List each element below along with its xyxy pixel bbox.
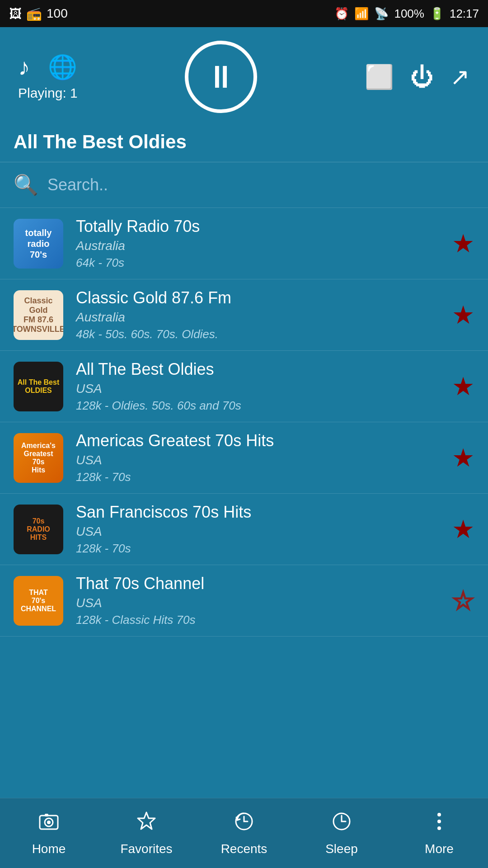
playing-label: Playing: 1 — [18, 85, 78, 101]
station-meta-2: 48k - 50s. 60s. 70s. Oldies. — [76, 327, 443, 341]
status-time: 12:17 — [450, 7, 479, 21]
more-dots-icon — [428, 810, 450, 838]
svg-point-9 — [437, 826, 441, 830]
search-bar: 🔍 — [0, 162, 488, 208]
station-item-6[interactable]: THAT 70's CHANNELThat 70s ChannelUSA128k… — [0, 565, 488, 637]
station-country-3: USA — [76, 382, 443, 396]
status-battery-icon: 🔋 — [430, 7, 444, 21]
station-meta-4: 128k - 70s — [76, 470, 443, 484]
nav-more[interactable]: More — [390, 810, 488, 856]
station-name-2: Classic Gold 87.6 Fm — [76, 288, 443, 307]
nav-recents[interactable]: Recents — [195, 810, 293, 856]
stop-icon[interactable]: ⬜ — [365, 63, 394, 91]
svg-point-7 — [437, 813, 441, 816]
status-photo-icon: 🖼 — [9, 6, 22, 21]
station-meta-6: 128k - Classic Hits 70s — [76, 613, 443, 627]
svg-rect-3 — [45, 814, 48, 816]
station-logo-2: Classic Gold FM 87.6 TOWNSVILLE — [14, 290, 63, 340]
pause-button[interactable]: ⏸ — [185, 41, 257, 113]
station-country-2: Australia — [76, 310, 443, 325]
station-name-4: Americas Greatest 70s Hits — [76, 431, 443, 450]
station-favorite-3[interactable]: ★ — [452, 372, 474, 401]
status-battery: 100% — [394, 7, 424, 21]
nav-more-label: More — [425, 842, 454, 856]
station-list: totally radio 70'sTotally Radio 70sAustr… — [0, 208, 488, 789]
svg-point-2 — [47, 821, 51, 824]
station-logo-1: totally radio 70's — [14, 219, 63, 269]
station-logo-6: THAT 70's CHANNEL — [14, 576, 63, 626]
station-favorite-1[interactable]: ★ — [452, 229, 474, 258]
power-icon[interactable]: ⏻ — [410, 63, 434, 90]
station-info-6: That 70s ChannelUSA128k - Classic Hits 7… — [76, 574, 443, 627]
station-item-1[interactable]: totally radio 70'sTotally Radio 70sAustr… — [0, 208, 488, 279]
share-icon[interactable]: ↗ — [450, 63, 470, 90]
svg-point-8 — [437, 820, 441, 823]
station-info-3: All The Best OldiesUSA128k - Oldies. 50s… — [76, 360, 443, 413]
status-wifi-icon: 📶 — [354, 7, 369, 21]
status-count: 100 — [47, 6, 68, 21]
status-alarm-icon: ⏰ — [334, 7, 349, 21]
station-item-5[interactable]: 70s RADIO HITSSan Franciscos 70s HitsUSA… — [0, 494, 488, 565]
station-name-5: San Franciscos 70s Hits — [76, 503, 443, 522]
nav-home[interactable]: Home — [0, 810, 98, 856]
station-meta-5: 128k - 70s — [76, 542, 443, 556]
station-info-4: Americas Greatest 70s HitsUSA128k - 70s — [76, 431, 443, 484]
station-logo-4: America's Greatest 70s Hits — [14, 433, 63, 483]
station-info-5: San Franciscos 70s HitsUSA128k - 70s — [76, 503, 443, 556]
nav-sleep[interactable]: Sleep — [293, 810, 390, 856]
sleep-clock-icon — [330, 810, 353, 838]
player-header: ♪ 🌐 Playing: 1 ⏸ ⬜ ⏻ ↗ — [0, 27, 488, 122]
station-favorite-4[interactable]: ★ — [452, 443, 474, 472]
globe-icon[interactable]: 🌐 — [48, 53, 77, 81]
station-meta-3: 128k - Oldies. 50s. 60s and 70s — [76, 399, 443, 413]
station-favorite-5[interactable]: ★ — [452, 514, 474, 544]
station-favorite-2[interactable]: ★ — [452, 300, 474, 330]
nav-favorites[interactable]: Favorites — [98, 810, 195, 856]
home-camera-icon — [38, 810, 60, 838]
search-icon: 🔍 — [14, 173, 38, 197]
nav-home-label: Home — [32, 842, 66, 856]
current-station-title: All The Best Oldies — [0, 122, 488, 162]
music-icon[interactable]: ♪ — [18, 53, 30, 80]
nav-sleep-label: Sleep — [325, 842, 358, 856]
recents-history-icon — [233, 810, 255, 838]
station-item-2[interactable]: Classic Gold FM 87.6 TOWNSVILLEClassic G… — [0, 279, 488, 351]
station-favorite-6[interactable]: ☆ — [452, 586, 474, 615]
nav-favorites-label: Favorites — [120, 842, 172, 856]
pause-icon: ⏸ — [205, 61, 237, 93]
station-name-1: Totally Radio 70s — [76, 217, 443, 236]
station-info-2: Classic Gold 87.6 FmAustralia48k - 50s. … — [76, 288, 443, 341]
status-signal-icon: 📡 — [374, 7, 389, 21]
station-title-text: All The Best Oldies — [14, 131, 187, 152]
station-logo-3: All The Best OLDIES — [14, 362, 63, 411]
station-item-3[interactable]: All The Best OLDIESAll The Best OldiesUS… — [0, 351, 488, 422]
favorites-star-icon — [135, 810, 158, 838]
nav-recents-label: Recents — [221, 842, 267, 856]
station-country-1: Australia — [76, 239, 443, 253]
bottom-navigation: Home Favorites Recents Sleep — [0, 798, 488, 868]
station-info-1: Totally Radio 70sAustralia64k - 70s — [76, 217, 443, 270]
search-input[interactable] — [47, 175, 474, 194]
station-meta-1: 64k - 70s — [76, 256, 443, 270]
station-item-4[interactable]: America's Greatest 70s HitsAmericas Grea… — [0, 422, 488, 494]
station-country-5: USA — [76, 524, 443, 539]
svg-marker-4 — [138, 812, 155, 829]
station-name-3: All The Best Oldies — [76, 360, 443, 379]
status-bar: 🖼 📻 100 ⏰ 📶 📡 100% 🔋 12:17 — [0, 0, 488, 27]
station-name-6: That 70s Channel — [76, 574, 443, 593]
status-radio-icon: 📻 — [26, 6, 42, 21]
station-logo-5: 70s RADIO HITS — [14, 505, 63, 554]
station-country-6: USA — [76, 596, 443, 610]
station-country-4: USA — [76, 453, 443, 467]
